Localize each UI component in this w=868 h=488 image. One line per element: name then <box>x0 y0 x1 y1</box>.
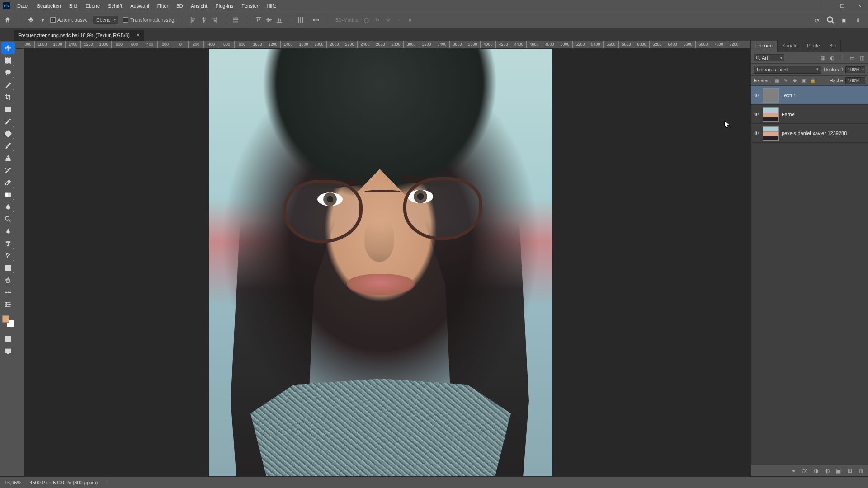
align-left-button[interactable] <box>189 15 198 25</box>
layer-row[interactable]: 👁Farbe <box>751 105 868 124</box>
menu-help[interactable]: Hilfe <box>263 2 280 10</box>
adjustment-layer-icon[interactable]: ◐ <box>824 467 830 474</box>
marquee-tool[interactable] <box>1 55 15 66</box>
lasso-tool[interactable] <box>1 67 15 79</box>
canvas-area[interactable]: 2400220020001800160014001200100080060040… <box>16 41 750 476</box>
blend-mode-dropdown[interactable]: Lineares Licht <box>754 66 821 74</box>
distribute-v-button[interactable] <box>296 15 306 25</box>
opacity-value-input[interactable]: 100% <box>845 66 865 73</box>
layer-thumbnail[interactable] <box>763 88 779 103</box>
blur-tool[interactable] <box>1 201 15 213</box>
eraser-tool[interactable] <box>1 177 15 188</box>
tab-3d[interactable]: 3D <box>825 41 841 52</box>
home-button[interactable] <box>3 15 13 25</box>
delete-layer-icon[interactable]: 🗑 <box>858 467 864 474</box>
more-tools-button[interactable]: ••• <box>1 286 15 298</box>
lock-all-icon[interactable]: 🔒 <box>810 78 816 84</box>
crop-tool[interactable] <box>1 91 15 103</box>
menu-edit[interactable]: Bearbeiten <box>33 2 65 10</box>
transform-controls-checkbox[interactable]: Transformationsstrg. <box>123 17 175 23</box>
layer-name[interactable]: Textur <box>782 93 795 98</box>
filter-adjust-icon[interactable]: ◐ <box>829 55 835 61</box>
layer-name[interactable]: pexels-daniel-xavier-1239288 <box>782 131 847 136</box>
clone-stamp-tool[interactable] <box>1 152 15 164</box>
type-tool[interactable] <box>1 238 15 249</box>
fill-value-input[interactable]: 100% <box>845 77 865 84</box>
tab-channels[interactable]: Kanäle <box>778 41 802 52</box>
distribute-button[interactable] <box>231 15 241 25</box>
lock-pixels-icon[interactable]: ✎ <box>783 78 789 84</box>
layer-mask-icon[interactable]: ◑ <box>812 467 819 474</box>
status-chevron-icon[interactable]: 〉 <box>106 479 110 486</box>
move-tool[interactable] <box>1 42 15 54</box>
close-tab-icon[interactable]: × <box>137 32 140 38</box>
brush-tool[interactable] <box>1 140 15 152</box>
gradient-tool[interactable] <box>1 189 15 201</box>
search-icon[interactable] <box>826 16 835 24</box>
layer-thumbnail[interactable] <box>763 107 779 122</box>
lock-transparency-icon[interactable]: ▦ <box>774 78 780 84</box>
align-right-button[interactable] <box>209 15 219 25</box>
move-tool-icon[interactable]: ✥ <box>26 15 36 25</box>
zoom-level[interactable]: 16,95% <box>5 480 21 485</box>
tool-preset-dropdown[interactable]: ▾ <box>40 15 46 25</box>
vertical-ruler[interactable] <box>16 41 24 476</box>
menu-window[interactable]: Fenster <box>238 2 262 10</box>
menu-layer[interactable]: Ebene <box>82 2 104 10</box>
pen-tool[interactable] <box>1 225 15 237</box>
layer-style-icon[interactable]: fx <box>801 467 808 474</box>
3d-roll-icon[interactable]: ↻ <box>373 16 382 24</box>
align-top-button[interactable] <box>254 15 264 25</box>
layer-name[interactable]: Farbe <box>782 112 795 117</box>
align-vcenter-button[interactable] <box>264 15 274 25</box>
window-minimize-button[interactable]: ─ <box>816 0 834 12</box>
menu-3d[interactable]: 3D <box>173 2 186 10</box>
document-tab[interactable]: Frequenztrennung.psdc bei 16,9% (Textur,… <box>14 30 144 41</box>
menu-select[interactable]: Auswahl <box>127 2 153 10</box>
dodge-tool[interactable] <box>1 213 15 225</box>
frame-tool[interactable] <box>1 103 15 115</box>
ruler-origin[interactable] <box>16 41 24 49</box>
document-dimensions[interactable]: 4500 Px x 5400 Px (300 ppcm) <box>29 480 98 485</box>
hand-tool[interactable] <box>1 274 15 286</box>
layer-row[interactable]: 👁pexels-daniel-xavier-1239288 <box>751 124 868 143</box>
arrange-docs-icon[interactable]: ▣ <box>840 16 848 24</box>
window-close-button[interactable]: ✕ <box>851 0 868 12</box>
layer-row[interactable]: 👁Textur <box>751 86 868 105</box>
healing-brush-tool[interactable] <box>1 128 15 140</box>
filter-smart-icon[interactable]: ◫ <box>859 55 865 61</box>
menu-filter[interactable]: Filter <box>154 2 172 10</box>
layer-filter-type-dropdown[interactable]: Art ▾ <box>754 54 784 61</box>
horizontal-ruler[interactable]: 2400220020001800160014001200100080060040… <box>24 41 750 49</box>
screen-mode-button[interactable] <box>1 345 15 357</box>
menu-plugins[interactable]: Plug-ins <box>212 2 237 10</box>
layer-visibility-icon[interactable]: 👁 <box>753 130 760 137</box>
layer-visibility-icon[interactable]: 👁 <box>753 92 760 99</box>
filter-shape-icon[interactable]: ▭ <box>849 55 855 61</box>
document-canvas[interactable] <box>209 49 552 476</box>
layer-visibility-icon[interactable]: 👁 <box>753 111 760 118</box>
lock-position-icon[interactable]: ✥ <box>792 78 798 84</box>
tab-paths[interactable]: Pfade <box>802 41 825 52</box>
auto-select-checkbox[interactable]: ✓ Autom. ausw.: <box>50 17 89 23</box>
menu-view[interactable]: Ansicht <box>187 2 211 10</box>
cloud-docs-icon[interactable]: ◔ <box>813 16 821 24</box>
eyedropper-tool[interactable] <box>1 116 15 127</box>
align-hcenter-button[interactable] <box>199 15 209 25</box>
lock-artboard-icon[interactable]: ▣ <box>801 78 807 84</box>
new-layer-icon[interactable]: ⊞ <box>846 467 853 474</box>
menu-type[interactable]: Schrift <box>104 2 126 10</box>
color-swatches[interactable] <box>2 315 14 327</box>
auto-select-target-dropdown[interactable]: Ebene <box>93 16 118 24</box>
path-select-tool[interactable] <box>1 250 15 262</box>
3d-zoom-icon[interactable]: ■ <box>406 16 414 24</box>
history-brush-tool[interactable] <box>1 164 15 176</box>
quick-mask-button[interactable] <box>1 333 15 345</box>
menu-file[interactable]: Datei <box>14 2 33 10</box>
window-maximize-button[interactable]: ☐ <box>834 0 851 12</box>
share-icon[interactable]: ⇧ <box>854 16 862 24</box>
align-bottom-button[interactable] <box>274 15 284 25</box>
edit-toolbar-button[interactable] <box>1 299 15 310</box>
magic-wand-tool[interactable] <box>1 79 15 91</box>
tab-layers[interactable]: Ebenen <box>751 41 778 52</box>
